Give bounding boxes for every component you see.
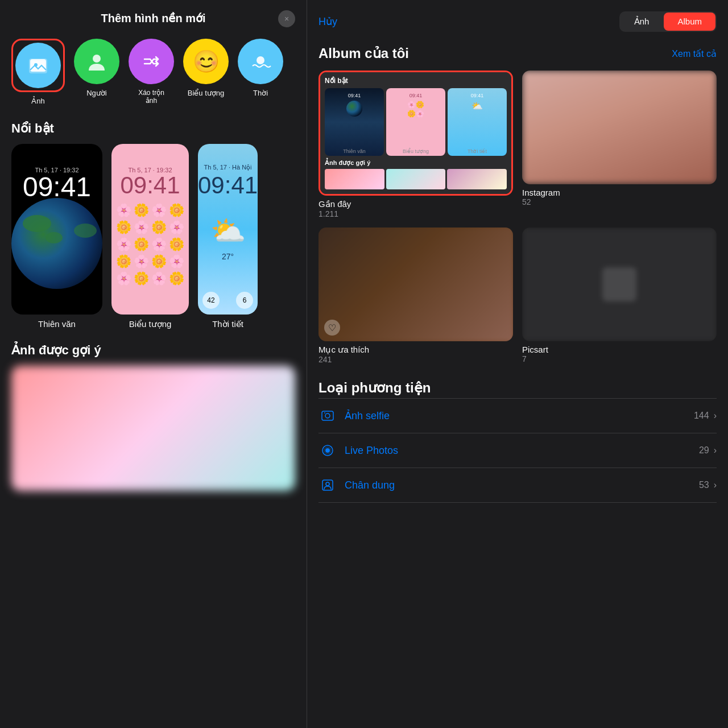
featured-suggested-label: Ảnh được gợi ý xyxy=(325,159,507,167)
album-card-yeu-thich[interactable]: ♡ Mục ưa thích 241 xyxy=(318,228,513,364)
chan-dung-label: Chân dung xyxy=(345,479,699,491)
svg-rect-2 xyxy=(30,59,46,72)
nguoi-icon-label: Người xyxy=(86,89,107,97)
tab-anh[interactable]: Ảnh xyxy=(621,13,663,31)
thien-van-label: Thiên văn xyxy=(11,319,102,329)
live-photos-icon xyxy=(318,441,337,460)
flower-time: 09:41 xyxy=(120,173,180,197)
weather-date: Th 5, 17 · Hà Nội xyxy=(204,164,252,171)
right-panel: Hủy Ảnh Album Album của tôi Xem tất cả N… xyxy=(307,0,728,728)
icon-item-anh[interactable]: Ảnh xyxy=(11,39,65,105)
selfie-label: Ảnh selfie xyxy=(345,410,694,422)
close-button[interactable]: × xyxy=(278,10,295,27)
media-item-selfie[interactable]: Ảnh selfie 144 › xyxy=(318,399,717,433)
album-count-picsart: 7 xyxy=(522,354,717,363)
suggested-thumb-2 xyxy=(386,169,446,189)
nguoi-icon-circle xyxy=(74,39,119,84)
selfie-count: 144 xyxy=(694,411,709,421)
featured-phones: 09:41 Thiên văn 09:41 🌸🌼🌼🌸 Biểu tượng 09… xyxy=(325,88,507,156)
album-thumb-picsart xyxy=(522,228,717,341)
cancel-button[interactable]: Hủy xyxy=(318,15,337,28)
icon-item-nguoi[interactable]: Người xyxy=(74,39,119,105)
phone-preview-weather: 09:41 ⛅ Thời tiết xyxy=(448,88,507,156)
left-header-title: Thêm hình nền mới xyxy=(101,11,206,25)
phone-preview-astro: 09:41 Thiên văn xyxy=(325,88,384,156)
heart-badge: ♡ xyxy=(324,320,340,336)
album-name-picsart: Picsart xyxy=(522,345,717,354)
noi-bat-title: Nổi bật xyxy=(0,117,307,144)
album-count-instagram: 52 xyxy=(522,197,717,206)
suggested-thumb-1 xyxy=(325,169,384,189)
flower-grid: 🌸🌼🌸🌼 🌼🌸🌼🌸 🌸🌼🌸🌼 🌼🌸🌼🌸 🌸🌼🌸🌼 xyxy=(111,203,189,286)
icons-row: Ảnh Người Xáo trộnảnh xyxy=(0,34,307,117)
picsart-thumb-bg xyxy=(522,228,717,341)
suggested-image[interactable] xyxy=(11,366,295,491)
thoi-icon-label: Thời xyxy=(253,89,268,97)
weather-icon: ⛅ xyxy=(210,214,246,247)
selfie-chevron: › xyxy=(714,411,717,421)
weather-badge-1: 42 xyxy=(202,292,220,309)
live-photos-label: Live Photos xyxy=(345,445,699,457)
album-card-gan-day[interactable]: Nổi bật 09:41 Thiên văn 09:41 🌸🌼🌼🌸 Biểu … xyxy=(318,71,513,218)
left-panel: Thêm hình nền mới × Ảnh xyxy=(0,0,307,728)
wallpaper-card-thien-van[interactable]: Th 5, 17 · 19:32 09:41 Thiên văn xyxy=(11,144,102,329)
icon-item-xao-tron[interactable]: Xáo trộnảnh xyxy=(129,39,174,105)
bieu-tuong-icon-label: Biểu tượng xyxy=(188,89,224,97)
suggested-title: Ảnh được gợi ý xyxy=(11,343,295,358)
wallpaper-card-bieu-tuong[interactable]: Th 5, 17 · 19:32 09:41 🌸🌼🌸🌼 🌼🌸🌼🌸 🌸🌼🌸🌼 🌼🌸… xyxy=(111,144,189,329)
selfie-icon xyxy=(318,407,337,425)
weather-time: 09:41 xyxy=(198,173,258,197)
tab-group: Ảnh Album xyxy=(619,11,717,32)
thoi-tiet-label: Thời tiết xyxy=(198,319,258,329)
chan-dung-chevron: › xyxy=(714,480,717,490)
media-section: Loại phương tiện Ảnh selfie 144 › xyxy=(318,380,717,503)
media-section-title: Loại phương tiện xyxy=(318,380,717,396)
album-card-instagram[interactable]: Instagram 52 xyxy=(522,71,717,218)
astro-time-display: Th 5, 17 · 19:32 09:41 xyxy=(11,167,102,201)
album-thumb-instagram xyxy=(522,71,717,184)
earth-globe xyxy=(11,198,102,289)
live-photos-chevron: › xyxy=(714,445,717,456)
weather-temp: 27° xyxy=(222,252,234,261)
media-item-live-photos[interactable]: Live Photos 29 › xyxy=(318,433,717,468)
phone-preview-flower: 09:41 🌸🌼🌼🌸 Biểu tượng xyxy=(386,88,445,156)
suggested-section: Ảnh được gợi ý xyxy=(0,334,307,491)
icon-item-thoi[interactable]: Thời xyxy=(238,39,283,105)
album-section-title: Album của tôi xyxy=(318,46,409,61)
fav-bg: ♡ xyxy=(318,228,513,341)
astro-time: 09:41 xyxy=(11,173,102,201)
album-card-picsart[interactable]: Picsart 7 xyxy=(522,228,717,364)
bieu-tuong-wp-label: Biểu tượng xyxy=(111,319,189,329)
featured-suggested-row xyxy=(325,169,507,189)
wallpaper-row: Th 5, 17 · 19:32 09:41 Thiên văn Th 5, 1… xyxy=(0,144,307,334)
album-thumb-yeu-thich: ♡ xyxy=(318,228,513,341)
wallpaper-card-thoi-tiet[interactable]: Th 5, 17 · Hà Nội 09:41 ⛅ 27° 42 6 Thời … xyxy=(198,144,258,329)
xao-tron-icon-label: Xáo trộnảnh xyxy=(138,89,164,105)
album-count-gan-day: 1.211 xyxy=(318,209,513,218)
svg-point-10 xyxy=(325,448,330,453)
anh-icon-circle xyxy=(15,43,61,88)
svg-point-4 xyxy=(93,55,101,63)
see-all-button[interactable]: Xem tất cả xyxy=(672,48,717,59)
album-count-yeu-thich: 241 xyxy=(318,355,513,364)
svg-point-8 xyxy=(324,412,325,413)
media-item-chan-dung[interactable]: Chân dung 53 › xyxy=(318,468,717,503)
anh-icon-label: Ảnh xyxy=(31,97,44,105)
live-photos-count: 29 xyxy=(699,445,709,456)
svg-point-7 xyxy=(325,413,330,418)
album-grid: Nổi bật 09:41 Thiên văn 09:41 🌸🌼🌼🌸 Biểu … xyxy=(318,71,717,364)
left-header: Thêm hình nền mới × xyxy=(0,0,307,34)
instagram-thumb-bg xyxy=(522,71,717,184)
album-section-header: Album của tôi Xem tất cả xyxy=(318,46,717,61)
album-name-yeu-thich: Mục ưa thích xyxy=(318,345,513,355)
right-header: Hủy Ảnh Album xyxy=(318,11,717,32)
album-thumb-gan-day: Nổi bật 09:41 Thiên văn 09:41 🌸🌼🌼🌸 Biểu … xyxy=(318,71,513,196)
suggested-thumb-3 xyxy=(447,169,507,189)
album-name-instagram: Instagram xyxy=(522,188,717,197)
icon-item-bieu-tuong[interactable]: 😊 Biểu tượng xyxy=(183,39,229,105)
svg-rect-6 xyxy=(322,411,333,420)
tab-album[interactable]: Album xyxy=(664,13,715,31)
xao-tron-icon-circle xyxy=(129,39,174,84)
chan-dung-count: 53 xyxy=(699,480,709,490)
featured-label: Nổi bật xyxy=(325,77,507,85)
